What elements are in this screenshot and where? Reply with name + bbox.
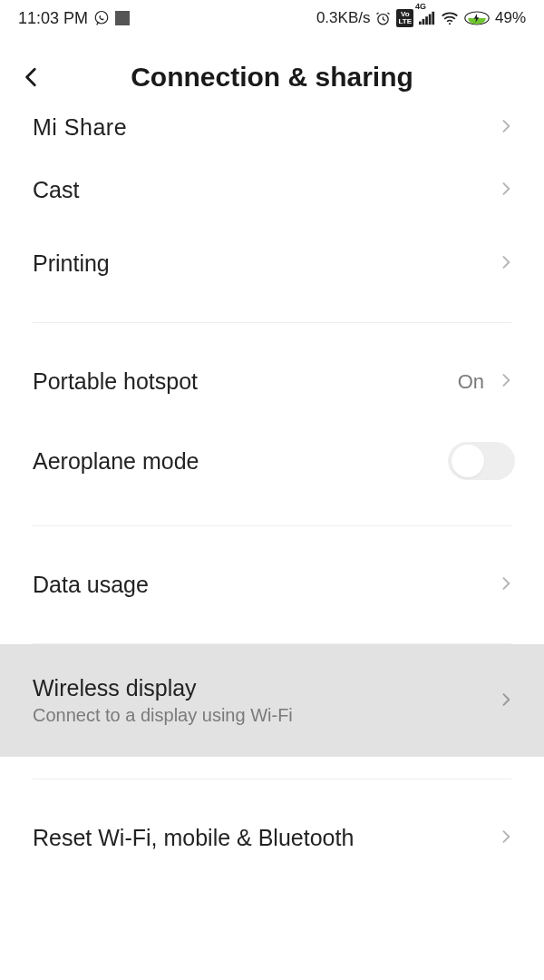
row-subtitle: Connect to a display using Wi-Fi [33,705,293,726]
row-data-usage[interactable]: Data usage [0,548,544,622]
svg-point-0 [95,12,108,24]
divider [33,779,511,779]
whatsapp-icon [93,10,110,26]
chevron-right-icon [497,114,515,141]
battery-percent: 49% [495,9,526,27]
settings-content: Mi Share Cast Printing Portable hotspot … [0,114,544,875]
divider [33,322,511,323]
chevron-right-icon [497,250,515,277]
svg-rect-6 [432,12,434,24]
row-aeroplane-mode[interactable]: Aeroplane mode [0,418,544,504]
header: Connection & sharing [0,36,544,118]
svg-point-7 [449,23,451,24]
row-printing[interactable]: Printing [0,227,544,300]
wifi-icon [441,11,459,25]
divider [33,525,511,526]
svg-rect-2 [419,22,422,25]
chevron-right-icon [497,572,515,598]
chevron-right-icon [497,368,515,395]
row-reset-connectivity[interactable]: Reset Wi-Fi, mobile & Bluetooth [0,801,544,875]
alarm-icon [375,11,391,26]
status-right: 0.3KB/s VoLTE 4G [316,9,526,27]
row-label: Data usage [33,572,149,598]
status-bar: 11:03 PM 0.3KB/s VoLTE 4G [0,0,544,36]
row-label: Mi Share [33,114,127,141]
status-time: 11:03 PM [18,9,88,28]
toggle-knob [452,445,484,477]
chevron-right-icon [497,825,515,851]
row-label: Wireless display [33,675,293,701]
svg-rect-5 [429,15,432,25]
row-label: Aeroplane mode [33,448,199,475]
row-label: Portable hotspot [33,368,198,395]
page-title: Connection & sharing [0,62,544,93]
volte-icon: VoLTE [396,9,413,27]
row-label: Reset Wi-Fi, mobile & Bluetooth [33,825,354,851]
row-portable-hotspot[interactable]: Portable hotspot On [0,345,544,418]
row-cast[interactable]: Cast [0,153,544,227]
status-left: 11:03 PM [18,9,130,28]
row-wireless-display[interactable]: Wireless display Connect to a display us… [0,644,544,757]
row-value: On [458,370,484,394]
row-label: Printing [33,250,110,277]
row-label: Cast [33,177,79,203]
chevron-right-icon [497,177,515,203]
back-button[interactable] [0,36,63,118]
app-indicator-icon [115,11,130,25]
svg-rect-3 [423,19,425,24]
aeroplane-mode-toggle[interactable] [448,442,515,480]
mobile-signal-icon: 4G [419,11,435,25]
battery-charging-icon [464,11,490,25]
chevron-left-icon [20,65,44,89]
chevron-right-icon [497,688,515,714]
row-mi-share[interactable]: Mi Share [0,114,544,153]
data-rate: 0.3KB/s [316,9,371,27]
svg-rect-4 [425,16,428,24]
